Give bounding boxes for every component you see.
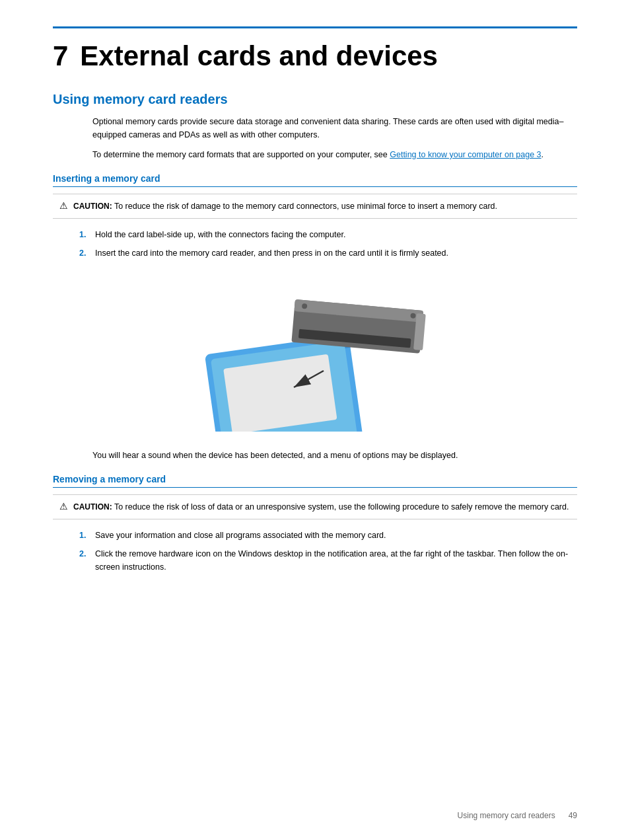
intro2-link[interactable]: Getting to know your computer on page 3	[390, 150, 541, 159]
removing-step1-text: Save your information and close all prog…	[95, 529, 577, 542]
removing-caution-label: CAUTION:	[73, 502, 112, 512]
inserting-step2-text: Insert the card into the memory card rea…	[95, 247, 577, 260]
step2-num: 2.	[79, 247, 95, 260]
footer-page-number: 49	[569, 811, 577, 820]
inserting-step1-text: Hold the card label-side up, with the co…	[95, 228, 577, 241]
inserting-steps: 1. Hold the card label-side up, with the…	[79, 228, 577, 260]
removing-step2-text: Click the remove hardware icon on the Wi…	[95, 547, 577, 574]
card-illustration	[53, 273, 577, 438]
inserting-caution-body: To reduce the risk of damage to the memo…	[114, 202, 497, 211]
inserting-caution-label: CAUTION:	[73, 202, 112, 211]
inserting-subsection-title: Inserting a memory card	[53, 173, 577, 187]
intro-paragraph-2: To determine the memory card formats tha…	[92, 148, 577, 161]
removing-caution-triangle-icon: ⚠	[59, 501, 68, 512]
intro-paragraph-1: Optional memory cards provide secure dat…	[92, 115, 577, 141]
removing-step-2: 2. Click the remove hardware icon on the…	[79, 547, 577, 574]
inserting-step-2: 2. Insert the card into the memory card …	[79, 247, 577, 260]
chapter-number: 7	[53, 40, 68, 72]
chapter-title: External cards and devices	[80, 40, 438, 72]
chapter-header: 7External cards and devices	[53, 26, 577, 72]
inserting-caution-text: CAUTION: To reduce the risk of damage to…	[73, 200, 497, 213]
inserting-caption: You will hear a sound when the device ha…	[92, 449, 577, 462]
footer-section-label: Using memory card readers	[458, 811, 555, 820]
step1-num: 1.	[79, 228, 95, 241]
removing-caution-text: CAUTION: To reduce the risk of loss of d…	[73, 500, 569, 514]
removing-step-1: 1. Save your information and close all p…	[79, 529, 577, 542]
caution-triangle-icon: ⚠	[59, 200, 68, 211]
removing-steps: 1. Save your information and close all p…	[79, 529, 577, 574]
removing-step2-num: 2.	[79, 547, 95, 560]
removing-caution-box: ⚠ CAUTION: To reduce the risk of loss of…	[53, 494, 577, 519]
page-footer: Using memory card readers 49	[458, 811, 577, 820]
removing-step1-num: 1.	[79, 529, 95, 542]
inserting-step-1: 1. Hold the card label-side up, with the…	[79, 228, 577, 241]
removing-subsection-title: Removing a memory card	[53, 474, 577, 488]
memory-card-svg	[190, 280, 440, 432]
section-title: Using memory card readers	[53, 92, 577, 107]
removing-caution-body: To reduce the risk of loss of data or an…	[114, 502, 569, 512]
intro2-suffix: .	[542, 150, 543, 159]
inserting-caution-box: ⚠ CAUTION: To reduce the risk of damage …	[53, 194, 577, 219]
intro2-prefix: To determine the memory card formats tha…	[92, 150, 390, 159]
